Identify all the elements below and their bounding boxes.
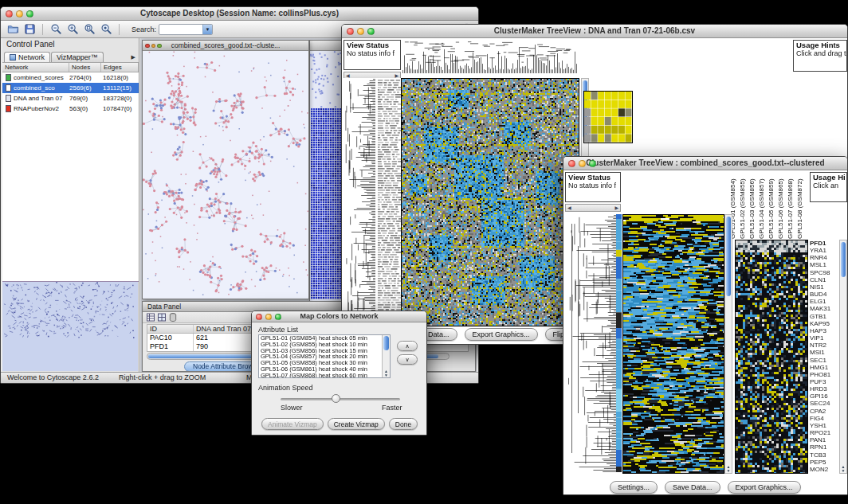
maximize-icon[interactable]: [367, 28, 375, 35]
tab-vizmapper[interactable]: VizMapper™: [51, 52, 104, 62]
treeview-action-button[interactable]: Export Graphics...: [465, 328, 538, 341]
gene-label[interactable]: MON2: [810, 466, 839, 473]
maximize-icon[interactable]: [26, 10, 33, 18]
tv1-heatmap-canvas[interactable]: [401, 78, 579, 326]
close-icon[interactable]: [256, 314, 262, 320]
treeview-action-button[interactable]: Export Graphics...: [728, 481, 801, 494]
gene-label[interactable]: PUF3: [810, 378, 839, 385]
create-vizmap-button[interactable]: Create Vizmap: [328, 418, 385, 430]
overview-horizontal-scrollbar[interactable]: ◀ ▶: [565, 204, 621, 212]
maximize-icon[interactable]: [275, 314, 281, 320]
gene-label[interactable]: HRD3: [810, 385, 839, 393]
tv2-vertical-scrollbar[interactable]: ▲▼: [724, 214, 732, 474]
treeview-combined-titlebar[interactable]: ClusterMaker TreeView : combined_scores_…: [563, 157, 847, 170]
gene-label[interactable]: SPC98: [810, 269, 839, 276]
gene-label[interactable]: RNR4: [810, 254, 839, 261]
gene-label[interactable]: BUD4: [810, 291, 839, 298]
tv2-row-dendrogram-canvas[interactable]: [567, 214, 616, 472]
network-list-row[interactable]: combined_sco 2569(6) 13112(15): [2, 83, 139, 93]
scrollbar-thumb[interactable]: [726, 217, 731, 296]
treeview-action-button[interactable]: Settings...: [610, 481, 658, 494]
tv1-correlation-matrix-canvas[interactable]: [583, 91, 633, 143]
search-input[interactable]: [159, 25, 202, 34]
network-list-row[interactable]: DNA and Tran 07 769(0) 183728(0): [2, 93, 139, 104]
treeview-action-button[interactable]: Save Data...: [665, 481, 720, 494]
network-list-row[interactable]: RNAPuberNov2 563(0) 107847(0): [2, 104, 139, 114]
tv1-column-dendrogram-canvas[interactable]: [402, 40, 577, 73]
internal-close-icon[interactable]: [145, 44, 150, 49]
column-header-nodes[interactable]: Nodes: [69, 63, 101, 72]
scrollbar-thumb[interactable]: [383, 336, 389, 350]
gene-label[interactable]: PAN1: [810, 436, 839, 443]
close-icon[interactable]: [347, 28, 354, 35]
slider-thumb[interactable]: [332, 394, 340, 403]
gene-label[interactable]: FIG4: [810, 415, 839, 422]
select-attributes-icon[interactable]: [158, 313, 166, 322]
gene-label[interactable]: PHO81: [810, 371, 839, 378]
attribute-list-item[interactable]: GPL51-01 (GSM854) heat shock 05 min: [259, 335, 382, 342]
main-window-titlebar[interactable]: Cytoscape Desktop (Session Name: collins…: [1, 7, 478, 21]
treeview-dna-titlebar[interactable]: ClusterMaker TreeView : DNA and Tran 07-…: [342, 25, 847, 38]
close-icon[interactable]: [568, 160, 575, 167]
gene-label[interactable]: YRA1: [810, 247, 839, 254]
gene-label[interactable]: VIP1: [810, 334, 839, 342]
tv2-heatmap-canvas[interactable]: [622, 214, 724, 474]
zoom-fit-icon[interactable]: [82, 22, 96, 37]
gene-label[interactable]: HMG1: [810, 364, 839, 371]
gene-label[interactable]: HAP3: [810, 327, 839, 334]
scroll-left-icon[interactable]: ◀: [567, 205, 571, 211]
zoom-in-icon[interactable]: [65, 22, 80, 37]
gene-label[interactable]: ELG1: [810, 298, 839, 305]
network-list-row[interactable]: combined_scores 2764(0) 16218(0): [2, 72, 139, 83]
scrollbar-arrows[interactable]: ▲▼: [725, 465, 732, 473]
gene-label[interactable]: CLN1: [810, 276, 839, 283]
gene-label[interactable]: CPA2: [810, 408, 839, 415]
gene-label[interactable]: RPO21: [810, 429, 839, 436]
network-graph-canvas[interactable]: [143, 51, 308, 299]
gene-label[interactable]: PFD1: [810, 240, 839, 247]
gene-label[interactable]: YSH1: [810, 422, 839, 429]
combo-dropdown-icon[interactable]: ▼: [202, 25, 212, 34]
save-session-icon[interactable]: [22, 22, 37, 37]
network-view-titlebar[interactable]: combined_scores_good.txt--cluste...: [143, 41, 308, 51]
move-up-button[interactable]: ∧: [397, 341, 418, 351]
gene-label[interactable]: GPI16: [810, 393, 839, 400]
column-header-id[interactable]: ID: [147, 325, 194, 333]
gene-label[interactable]: PEP5: [810, 459, 839, 466]
gene-label[interactable]: TCB3: [810, 451, 839, 459]
network-overview-canvas[interactable]: [2, 282, 138, 371]
network-overview-panel[interactable]: [2, 281, 139, 372]
tv2-selection-heatmap-canvas[interactable]: [735, 240, 808, 474]
minimize-icon[interactable]: [579, 160, 586, 167]
tv1-row-dendrogram-canvas[interactable]: [344, 78, 401, 325]
gene-label[interactable]: MSI1: [810, 349, 839, 356]
scrollbar-thumb[interactable]: [841, 242, 846, 277]
network-view-window[interactable]: combined_scores_good.txt--cluste...: [142, 40, 309, 299]
attribute-listbox[interactable]: GPL51-01 (GSM854) heat shock 05 minGPL51…: [258, 334, 391, 378]
internal-maximize-icon[interactable]: [157, 44, 162, 49]
internal-minimize-icon[interactable]: [151, 44, 156, 49]
gene-label[interactable]: MAK31: [810, 305, 839, 312]
gene-label[interactable]: KAP95: [810, 320, 839, 327]
gene-label[interactable]: SEC1: [810, 357, 839, 364]
attribute-list-item[interactable]: GPL51-06 (GSM861) heat shock 40 min: [259, 366, 382, 373]
attribute-table-icon[interactable]: [147, 313, 155, 322]
gene-label[interactable]: MSL1: [810, 261, 839, 268]
gene-label[interactable]: RPN1: [810, 443, 839, 451]
attribute-list-scrollbar[interactable]: ▲▼: [382, 335, 390, 377]
gene-label[interactable]: NTR2: [810, 342, 839, 349]
gene-list-scrollbar[interactable]: ▲▼: [839, 240, 847, 474]
column-header-network[interactable]: Network: [2, 63, 69, 72]
zoom-out-icon[interactable]: [49, 22, 63, 37]
attribute-list-item[interactable]: GPL51-02 (GSM855) heat shock 10 min: [259, 342, 382, 348]
attribute-list-item[interactable]: GPL51-04 (GSM857) heat shock 20 min: [259, 354, 382, 360]
scrollbar-arrows[interactable]: ▲▼: [383, 369, 390, 377]
move-down-button[interactable]: ∨: [397, 354, 418, 365]
attribute-list-item[interactable]: GPL51-07 (GSM868) heat shock 60 min: [259, 373, 382, 377]
gene-label[interactable]: GTB1: [810, 313, 839, 320]
tv2-cluster-strip-canvas[interactable]: [616, 214, 622, 472]
animate-vizmap-button[interactable]: Animate Vizmap: [261, 418, 324, 430]
tab-overflow-icon[interactable]: ▶: [132, 54, 139, 62]
attribute-list-item[interactable]: GPL51-03 (GSM856) heat shock 15 min: [259, 348, 382, 354]
minimize-icon[interactable]: [16, 10, 23, 18]
